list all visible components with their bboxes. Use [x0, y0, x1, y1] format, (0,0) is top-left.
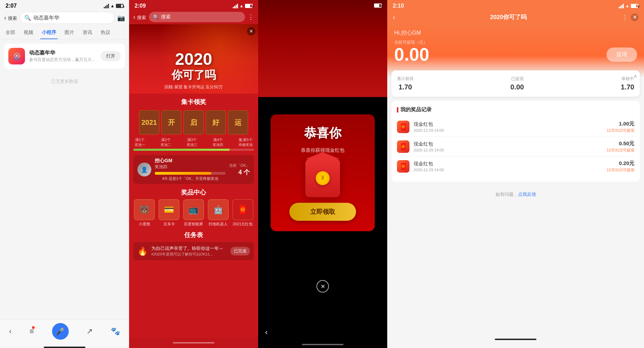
list-item[interactable]: 🎡 动态嘉年华 参与百度动态官方活动，赢万元大... 打开: [4, 44, 125, 69]
search-box-icon: 🔍: [24, 15, 31, 21]
menu-nav-btn[interactable]: ≡: [29, 327, 34, 336]
panel4-back-btn[interactable]: ‹: [393, 13, 395, 21]
paw-nav-btn[interactable]: 🐾: [111, 327, 120, 336]
search-icon: 🔍: [153, 14, 159, 20]
panel4-wallet: 2:10 ▲ ‹ 2020你可了吗 ⋮ ✕ Hi,控心GM 当前可提现（元） 0…: [387, 0, 644, 348]
claim-button[interactable]: 立即领取: [289, 203, 356, 221]
no-more-text: 已无更多数据: [4, 71, 125, 92]
congrats-card: 恭喜你 恭喜你获得现金红包 ¥ 立即领取: [271, 114, 375, 231]
reward-img-2: 📺: [183, 199, 204, 220]
panel2-search-row: ‹ 搜索 🔍 搜索 ⋮: [129, 10, 258, 24]
reward-item-3: 🤖 扫地机器人: [207, 199, 229, 227]
share-nav-btn[interactable]: ↗: [86, 327, 93, 336]
panel1-back-arrow[interactable]: ‹ 搜索: [4, 14, 17, 21]
tab-video[interactable]: 视频: [22, 27, 35, 39]
user-name: 控心GM: [155, 158, 226, 164]
more-options-icon[interactable]: ⋮: [248, 13, 254, 21]
record-name-1: 现金红包: [414, 141, 603, 147]
panel2-back-arrow[interactable]: ‹ 搜索: [133, 14, 146, 21]
card-tile-3[interactable]: 好: [206, 110, 226, 134]
panel2-search-box[interactable]: 🔍 搜索: [149, 12, 245, 22]
record-item-1: 🧧 现金红包 2020-12-29 14:09 0.50元 12月31日可提现: [397, 137, 634, 157]
record-info-1: 现金红包 2020-12-29 14:09: [414, 141, 603, 152]
panel4-title: 2020你可了吗: [398, 13, 619, 21]
panel4-content: Hi,控心GM 当前可提现（元） 0.00 提现 ∧ 累计获得 1.70 已提现…: [387, 24, 644, 331]
stat-accumulated-label: 累计获得: [397, 76, 414, 82]
user-progress-hint: 4/5 还差1个「OK」升至终极奖池: [155, 176, 226, 181]
reward-img-0: 🐻: [134, 199, 155, 220]
panel4-records-section: 我的奖品记录 🧧 现金红包 2020-12-29 14:09 1.00元 12月…: [391, 101, 640, 182]
search-results: 🎡 动态嘉年华 参与百度动态官方活动，赢万元大... 打开 已无更多数据: [0, 40, 129, 319]
reward-item-0: 🐻 小度熊: [133, 199, 156, 227]
panel4-status-bar: 2:10 ▲: [387, 0, 644, 10]
panel4-close-btn[interactable]: ✕: [631, 14, 638, 21]
record-val-2: 0.20元: [607, 160, 634, 167]
progress-fill: [133, 149, 230, 151]
result-name: 动态嘉年华: [29, 50, 96, 56]
panel4-balance-label: 当前可提现（元）: [394, 40, 637, 45]
reward-name-1: 京东卡: [163, 221, 175, 227]
feedback-link[interactable]: 点我反馈: [518, 192, 536, 197]
panel4-balance: 0.00: [394, 45, 429, 63]
panel3-congrats: 2:08 ▲ ‹ 搜索 恭喜你 恭喜你获得现金红包 ¥ 立即领取 ✕ ‹: [258, 0, 387, 348]
panel1-search-row: ‹ 搜索 🔍 动态嘉年华 📷: [0, 10, 129, 27]
card-tile-2[interactable]: 启: [184, 110, 204, 134]
reward-name-3: 扫地机器人: [209, 221, 228, 227]
count-value: 4 个: [229, 168, 250, 176]
search-box[interactable]: 🔍 动态嘉年华: [20, 12, 115, 24]
panel2-status-bar: 2:09 ▲: [129, 0, 258, 10]
tab-all[interactable]: 全部: [4, 27, 17, 39]
record-expire-1: 12月31日可提现: [607, 148, 634, 153]
more-options-btn[interactable]: ⋮: [622, 14, 628, 21]
panel2-time: 2:09: [135, 3, 146, 9]
task-desc-0: #2020年是我可以了解你可以OK11...: [151, 252, 227, 257]
congrats-title: 恭喜你: [304, 125, 341, 142]
camera-btn[interactable]: 📷: [117, 14, 125, 22]
record-amount-0: 1.00元 12月31日可提现: [607, 121, 634, 133]
signal-icon: [104, 4, 109, 8]
reward-item-4: 🧧 2021元红包: [231, 199, 254, 227]
panel1-time: 2:07: [6, 3, 17, 9]
card-tile-1[interactable]: 开: [161, 110, 181, 134]
tab-miniprogram[interactable]: 小程序: [40, 27, 58, 39]
panel2-bottom: [129, 338, 258, 348]
withdraw-button[interactable]: 提现: [607, 47, 637, 62]
reward-img-1: 💳: [159, 199, 179, 220]
tab-news[interactable]: 资讯: [81, 27, 94, 39]
result-desc: 参与百度动态官方活动，赢万元大...: [29, 57, 96, 63]
panel4-stats-row: 累计获得 1.70 已提现 0.00 审核中 1.70: [397, 76, 634, 91]
record-item-0: 🧧 现金红包 2020-12-29 14:09 1.00元 12月31日可提现: [397, 117, 634, 137]
card-tile-4[interactable]: 运: [228, 110, 248, 134]
close-circle-btn[interactable]: ✕: [316, 280, 329, 293]
count-label: 当前「OK」: [229, 163, 250, 168]
reward-img-4: 🧧: [232, 199, 253, 220]
red-envelope: ¥: [305, 159, 340, 197]
panel4-status-icons: ▲: [619, 3, 638, 8]
mic-nav-btn[interactable]: 🎤: [52, 323, 69, 340]
home-indicator: [302, 344, 344, 345]
close-x-btn[interactable]: ✕: [247, 27, 255, 35]
user-pool: 奖池四: [155, 164, 226, 170]
battery-icon: [631, 4, 638, 8]
search-text: 搜索: [161, 14, 241, 20]
panel2-status-icons: ▲: [233, 3, 253, 8]
record-time-2: 2020-12-29 14:08: [414, 168, 603, 172]
record-name-0: 现金红包: [414, 121, 603, 128]
open-button[interactable]: 打开: [101, 51, 121, 61]
panel3-back-btn[interactable]: ‹: [265, 328, 268, 337]
panel3-content: 恭喜你 恭喜你获得现金红包 ¥ 立即领取: [258, 21, 387, 324]
reward-img-3: 🤖: [208, 199, 229, 220]
card-tile-0[interactable]: 2021: [139, 110, 159, 134]
user-progress-bar: [155, 172, 226, 175]
search-box-text: 动态嘉年华: [33, 15, 110, 21]
back-nav-btn[interactable]: ‹: [9, 327, 11, 336]
tab-image[interactable]: 图片: [63, 27, 76, 39]
home-indicator: [44, 347, 85, 348]
battery-icon: [245, 4, 253, 8]
stats-toggle-btn[interactable]: ∧: [634, 73, 637, 79]
panel4-bottom: [387, 331, 644, 348]
record-val-1: 0.50元: [607, 140, 634, 147]
tab-hot[interactable]: 热议: [99, 27, 112, 39]
task-item-0[interactable]: 🔥 为自己说声辛苦了。聆听你这一年～ #2020年是我可以了解你可以OK11..…: [133, 242, 254, 260]
panel4-stats-card: ∧ 累计获得 1.70 已提现 0.00 审核中 1.70: [391, 70, 640, 97]
